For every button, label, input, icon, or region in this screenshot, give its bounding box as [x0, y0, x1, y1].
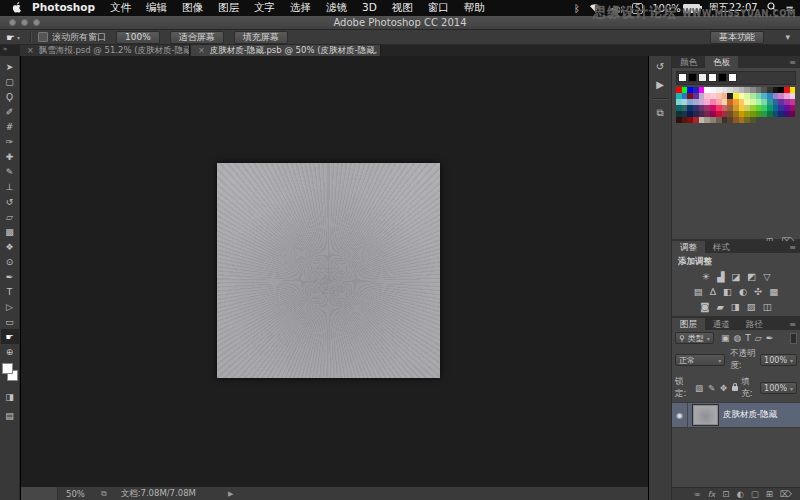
adjustment-color-balance-icon[interactable]: ∆ — [710, 286, 716, 297]
tool-hand-icon[interactable]: ☛ — [1, 329, 19, 344]
document-tab-inactive[interactable]: × 飘雪海报.psd @ 51.2% (皮肤材质-隐藏, RGB/8) * — [20, 45, 190, 56]
color-swatch[interactable] — [728, 73, 737, 82]
menu-item-8[interactable]: 3D — [362, 1, 377, 13]
menu-item-4[interactable]: 图层 — [218, 1, 239, 13]
menu-item-11[interactable]: 帮助 — [464, 1, 485, 13]
fit-screen-button[interactable]: 适合屏幕 — [170, 31, 224, 44]
menu-item-10[interactable]: 窗口 — [428, 1, 449, 13]
tool-marquee-icon[interactable]: ▢ — [1, 74, 19, 89]
item-new-adjustment-icon[interactable]: ◐ — [736, 489, 743, 499]
item-lock-all-icon[interactable] — [732, 386, 738, 391]
item-filter-shape-layers-icon[interactable]: ▱ — [755, 333, 762, 343]
panel-menu-icon[interactable]: ≡ — [789, 320, 796, 329]
blend-mode-dropdown[interactable]: 正常▾ — [675, 354, 725, 366]
fill-screen-button[interactable]: 填充屏幕 — [234, 31, 288, 44]
opacity-field[interactable]: 100%▾ — [760, 354, 797, 366]
layer-filter-dropdown[interactable]: ⚲ 类型 ▾ — [675, 332, 714, 344]
adjustment-threshold-icon[interactable]: ◨ — [731, 301, 740, 312]
tool-lasso-icon[interactable]: Ϙ — [1, 89, 19, 104]
adjustment-exposure-icon[interactable]: ◩ — [747, 271, 756, 282]
tool-shape-icon[interactable]: ▭ — [1, 314, 19, 329]
color-swatch[interactable] — [790, 111, 796, 117]
tool-dodge-icon[interactable]: ⊙ — [1, 254, 19, 269]
tool-move-icon[interactable]: ➤ — [1, 59, 19, 74]
document-tab-active[interactable]: × 皮肤材质-隐藏.psb @ 50% (皮肤材质-隐藏, RGB/8) — [191, 45, 381, 56]
status-options-arrow-icon[interactable]: ▶ — [228, 490, 233, 498]
menu-item-5[interactable]: 文字 — [254, 1, 275, 13]
adjustment-posterize-icon[interactable]: ▰ — [716, 301, 723, 312]
menu-item-6[interactable]: 选择 — [290, 1, 311, 13]
color-swatch[interactable] — [678, 73, 687, 82]
item-filter-pixel-layers-icon[interactable]: ▣ — [721, 333, 730, 343]
layer-row-selected[interactable]: ◉ 皮肤材质-隐藏 — [672, 402, 800, 428]
item-lock-transparent-icon[interactable]: ▨ — [695, 383, 703, 393]
menu-item-3[interactable]: 图像 — [182, 1, 203, 13]
item-new-group-icon[interactable]: ▢ — [751, 489, 759, 499]
close-tab-icon[interactable]: × — [198, 46, 205, 55]
item-lock-position-icon[interactable]: ✥ — [720, 383, 727, 393]
item-lock-pixels-icon[interactable]: ✎ — [708, 383, 715, 393]
workspace-caret-icon[interactable]: ▾ — [785, 32, 790, 42]
workspace-switcher[interactable]: 基本功能 — [710, 31, 764, 44]
color-swatch[interactable] — [688, 73, 697, 82]
tab-paths[interactable]: 路径 — [738, 318, 771, 330]
panel-menu-icon[interactable]: ≡ — [789, 243, 796, 252]
tool-gradient-icon[interactable]: ▩ — [1, 224, 19, 239]
color-swatch[interactable] — [708, 73, 717, 82]
item-filter-smart-objects-icon[interactable]: ✒ — [766, 333, 774, 343]
scroll-all-windows-checkbox[interactable] — [38, 32, 48, 42]
tool-history-brush-icon[interactable]: ↺ — [1, 194, 19, 209]
apple-logo-icon[interactable] — [12, 2, 22, 14]
tool-crop-icon[interactable]: # — [1, 119, 19, 134]
menu-item-2[interactable]: 编辑 — [146, 1, 167, 13]
adjustment-brightness-contrast-icon[interactable]: ☀ — [701, 271, 710, 282]
layer-thumbnail[interactable] — [693, 405, 718, 425]
adjustment-color-lookup-icon[interactable]: ▦ — [769, 286, 778, 297]
tool-eyedropper-icon[interactable]: ✑ — [1, 134, 19, 149]
tool-quick-selection-icon[interactable]: ✐ — [1, 104, 19, 119]
tool-zoom-icon[interactable]: ⊕ — [1, 344, 19, 359]
tool-preset-caret-icon[interactable]: ▾ — [17, 34, 20, 41]
item-layer-style-icon[interactable]: fx — [708, 490, 716, 499]
tab-swatches[interactable]: 色板 — [705, 56, 738, 68]
clone-source-panel-icon[interactable]: ⧉ — [656, 107, 663, 119]
tab-channels[interactable]: 通道 — [705, 318, 738, 330]
zoom-level-field[interactable]: 50% — [66, 489, 85, 499]
tool-brush-icon[interactable]: ✎ — [1, 164, 19, 179]
color-swatch[interactable] — [750, 117, 756, 123]
item-new-layer-icon[interactable]: ⊞ — [766, 489, 773, 499]
tool-pen-icon[interactable]: ✒ — [1, 269, 19, 284]
toolbar-collapse-icon[interactable]: » — [3, 45, 6, 53]
item-delete-layer-icon[interactable]: ⌦ — [780, 489, 792, 499]
adjustment-selective-color-icon[interactable]: ◫ — [763, 301, 772, 312]
actions-panel-icon[interactable]: ▶ — [656, 79, 664, 90]
adjustment-invert-icon[interactable]: ◙ — [700, 301, 709, 312]
menu-item-0[interactable]: Photoshop — [32, 1, 95, 13]
tool-clone-stamp-icon[interactable]: ⊥ — [1, 179, 19, 194]
foreground-background-swatches[interactable] — [2, 363, 18, 381]
bluetooth-icon[interactable]: ᛒ — [574, 3, 580, 14]
screen-mode-button[interactable]: ▤ — [1, 408, 19, 423]
tab-layers[interactable]: 图层 — [672, 318, 705, 330]
document-image[interactable] — [217, 163, 440, 378]
menu-item-1[interactable]: 文件 — [110, 1, 131, 13]
adjustment-black-white-icon[interactable]: ◧ — [723, 286, 732, 297]
tool-path-selection-icon[interactable]: ▷ — [1, 299, 19, 314]
color-swatch[interactable] — [718, 73, 727, 82]
panel-menu-icon[interactable]: ≡ — [789, 58, 796, 67]
item-filter-type-layers-icon[interactable]: T — [745, 333, 751, 343]
adjustment-hue-saturation-icon[interactable]: ▤ — [694, 286, 703, 297]
adjustment-levels-icon[interactable]: ▟ — [717, 271, 724, 282]
fill-field[interactable]: 100%▾ — [760, 382, 797, 394]
adjustment-channel-mixer-icon[interactable]: ✣ — [754, 286, 762, 297]
item-link-layers-icon[interactable]: ∞ — [694, 489, 701, 499]
tool-blur-icon[interactable]: ❖ — [1, 239, 19, 254]
tab-styles[interactable]: 样式 — [705, 241, 738, 253]
menu-item-9[interactable]: 视图 — [392, 1, 413, 13]
close-tab-icon[interactable]: × — [27, 46, 34, 55]
adjustment-curves-icon[interactable]: ◪ — [731, 271, 740, 282]
tab-color[interactable]: 颜色 — [672, 56, 705, 68]
tab-adjustments[interactable]: 调整 — [672, 241, 705, 253]
quick-mask-button[interactable]: ◨ — [1, 389, 19, 404]
item-filter-adjustment-layers-icon[interactable]: ◍ — [733, 333, 741, 343]
